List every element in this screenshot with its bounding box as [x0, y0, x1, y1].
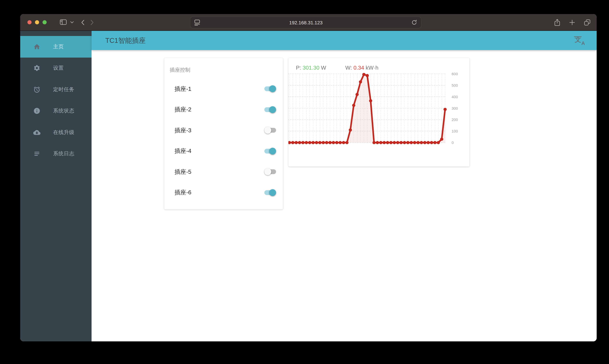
- address-bar[interactable]: 192.168.31.123: [190, 16, 422, 28]
- chart-point: [359, 80, 362, 83]
- power-line-chart: 6005004003002001000: [288, 72, 469, 156]
- chart-point: [362, 73, 365, 76]
- energy-stat: W: 0.34 kW·h: [345, 65, 378, 71]
- chart-point: [440, 138, 443, 141]
- y-axis-tick-label: 300: [452, 106, 458, 111]
- sidebar-item-label: 主页: [53, 43, 64, 50]
- chart-point: [420, 141, 423, 144]
- plus-icon: [569, 20, 575, 25]
- chart-point: [339, 141, 342, 144]
- y-axis-tick-label: 600: [452, 72, 458, 76]
- sidebar-item-6[interactable]: 系统日志: [20, 143, 92, 165]
- chart-point: [349, 128, 352, 131]
- sidebar-item-label: 系统状态: [53, 108, 74, 114]
- sidebar-item-label: 定时任务: [53, 86, 74, 93]
- share-button[interactable]: [554, 19, 560, 26]
- translate-icon[interactable]: 文 A: [575, 36, 585, 45]
- browser-toolbar: 192.168.31.123: [20, 14, 597, 31]
- sidebar-item-2[interactable]: 设置: [20, 57, 92, 79]
- chart-stats: P: 301.30 W W: 0.34 kW·h: [288, 58, 469, 71]
- chart-point: [288, 141, 291, 144]
- socket-label: 插座-3: [174, 127, 264, 134]
- minimize-button[interactable]: [35, 20, 39, 24]
- chart-point: [410, 141, 413, 144]
- tabs-overview-button[interactable]: [584, 19, 591, 26]
- y-axis-tick-label: 500: [452, 83, 458, 88]
- chart-point: [369, 99, 372, 102]
- sidebar-toggle-button[interactable]: [60, 19, 67, 25]
- sidebar-item-label: 设置: [53, 65, 64, 71]
- url-text[interactable]: 192.168.31.123: [200, 20, 411, 25]
- chart-point: [356, 93, 359, 96]
- info-icon: [33, 107, 40, 115]
- socket-label: 插座-6: [174, 189, 264, 196]
- chart-point: [322, 141, 325, 144]
- main-area: TC1智能插座 文 A 插座控制 插座-1插座-2插座-3插座-4插座-5插座-…: [92, 31, 597, 341]
- chart-point: [301, 141, 304, 144]
- reload-icon[interactable]: [411, 20, 417, 25]
- screen: 192.168.31.123: [0, 0, 609, 364]
- back-button[interactable]: [81, 20, 84, 25]
- socket-row-3: 插座-3: [164, 120, 283, 141]
- chevron-down-icon: [70, 21, 74, 24]
- chart-point: [393, 141, 396, 144]
- socket-row-2: 插座-2: [164, 99, 283, 120]
- page-body: 插座控制 插座-1插座-2插座-3插座-4插座-5插座-6 P: 301.30 …: [92, 50, 597, 341]
- chart-point: [308, 141, 311, 144]
- tabs-overview-icon: [584, 19, 591, 26]
- chart-point: [352, 104, 355, 107]
- y-axis-tick-label: 200: [452, 117, 458, 122]
- chart-point: [342, 141, 345, 144]
- chart-point: [379, 141, 382, 144]
- socket-row-6: 插座-6: [164, 182, 283, 203]
- close-button[interactable]: [27, 20, 32, 24]
- forward-button[interactable]: [91, 20, 94, 25]
- page-title: TC1智能插座: [105, 36, 146, 45]
- sidebar-item-4[interactable]: 系统状态: [20, 100, 92, 122]
- chart-point: [413, 141, 416, 144]
- socket-toggle-4[interactable]: [264, 148, 276, 155]
- chart-point: [389, 141, 392, 144]
- socket-toggle-3[interactable]: [264, 127, 276, 134]
- alarm-icon: [33, 86, 40, 93]
- page-settings-icon[interactable]: [194, 19, 200, 26]
- socket-toggle-6[interactable]: [264, 189, 276, 196]
- energy-value: 0.34: [354, 65, 364, 71]
- fullscreen-button[interactable]: [42, 20, 47, 24]
- socket-row-5: 插座-5: [164, 161, 283, 182]
- chart-point: [294, 141, 298, 144]
- socket-card-title: 插座控制: [164, 58, 283, 78]
- chart-point: [430, 141, 433, 144]
- socket-label: 插座-1: [174, 85, 264, 93]
- chart-point: [433, 141, 437, 144]
- chart-point: [312, 141, 315, 144]
- sidebar-item-label: 在线升级: [53, 129, 74, 136]
- chart-point: [383, 141, 386, 144]
- sidebar-item-1[interactable]: 主页: [20, 36, 92, 57]
- sidebar-toggle-icon: [60, 19, 67, 25]
- chart-point: [372, 141, 375, 144]
- power-stat: P: 301.30 W: [296, 65, 326, 71]
- socket-toggle-5[interactable]: [264, 169, 276, 175]
- back-chevron-icon: [81, 20, 84, 25]
- sidebar-item-label: 系统日志: [53, 151, 74, 157]
- traffic-lights: [27, 20, 47, 24]
- new-tab-button[interactable]: [569, 20, 575, 25]
- chart-point: [329, 141, 331, 144]
- y-axis-tick-label: 400: [452, 95, 458, 99]
- chart-point: [444, 108, 447, 111]
- forward-chevron-icon: [91, 20, 94, 25]
- log-lines-icon: [33, 150, 40, 157]
- socket-toggle-1[interactable]: [264, 86, 276, 92]
- chart-point: [399, 141, 403, 144]
- socket-toggle-2[interactable]: [264, 106, 276, 113]
- chart-point: [335, 141, 338, 144]
- tab-group-chevron-button[interactable]: [70, 21, 74, 24]
- sidebar-item-3[interactable]: 定时任务: [20, 79, 92, 100]
- sidebar-item-5[interactable]: 在线升级: [20, 122, 92, 143]
- share-icon: [554, 19, 560, 26]
- power-value: 301.30: [303, 65, 319, 71]
- sidebar-nav: 主页设置定时任务系统状态在线升级系统日志: [20, 31, 92, 341]
- chart-point: [325, 141, 328, 144]
- socket-label: 插座-2: [174, 106, 264, 114]
